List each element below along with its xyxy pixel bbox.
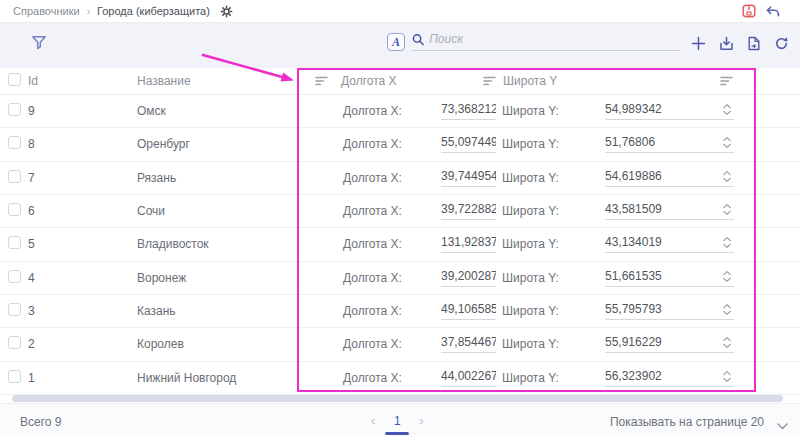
page-size-selector[interactable]: Показывать на странице 20 <box>610 415 764 429</box>
row-checkbox[interactable] <box>8 203 21 219</box>
stepper-icon[interactable] <box>722 236 732 252</box>
row-id: 9 <box>28 104 35 118</box>
latitude-input[interactable] <box>605 169 705 183</box>
row-id: 3 <box>28 304 35 318</box>
search-input[interactable] <box>429 32 680 46</box>
latitude-label: Широта Y: <box>502 337 559 351</box>
filter-icon[interactable] <box>31 35 47 50</box>
latitude-field <box>605 102 734 120</box>
gear-icon[interactable] <box>220 5 233 18</box>
add-icon[interactable] <box>691 36 706 51</box>
longitude-field <box>441 369 496 387</box>
longitude-input[interactable] <box>441 102 496 116</box>
latitude-label: Широта Y: <box>502 271 559 285</box>
longitude-input[interactable] <box>441 269 496 283</box>
latitude-input[interactable] <box>605 202 705 216</box>
row-id: 5 <box>28 237 35 251</box>
sort-icon[interactable] <box>315 76 329 87</box>
table-row: 5 Владивосток Долгота X: Широта Y: <box>0 228 800 261</box>
stepper-icon[interactable] <box>722 303 732 319</box>
column-header-longitude[interactable]: Долгота X <box>341 74 397 88</box>
latitude-label: Широта Y: <box>502 304 559 318</box>
row-checkbox[interactable] <box>8 370 21 386</box>
pagination-next[interactable]: › <box>419 413 423 428</box>
breadcrumb-item-cities[interactable]: Города (киберзащита) <box>97 5 210 17</box>
longitude-input[interactable] <box>441 335 496 349</box>
latitude-input[interactable] <box>605 369 705 383</box>
row-id: 8 <box>28 137 35 151</box>
row-id: 7 <box>28 171 35 185</box>
row-city-name: Казань <box>137 304 176 318</box>
stepper-icon[interactable] <box>722 270 732 286</box>
longitude-field <box>441 269 496 287</box>
stepper-icon[interactable] <box>722 336 732 352</box>
latitude-input[interactable] <box>605 102 705 116</box>
table-header: Id Название Долгота X Широта Y <box>0 68 800 95</box>
latitude-input[interactable] <box>605 269 705 283</box>
row-checkbox[interactable] <box>8 303 21 319</box>
row-checkbox[interactable] <box>8 136 21 152</box>
stepper-icon[interactable] <box>722 103 732 119</box>
row-checkbox[interactable] <box>8 170 21 186</box>
longitude-input[interactable] <box>441 235 496 249</box>
search-icon <box>412 33 424 46</box>
sort-icon[interactable] <box>720 76 734 87</box>
stepper-icon[interactable] <box>722 170 732 186</box>
longitude-input[interactable] <box>441 202 496 216</box>
breadcrumb-separator: › <box>87 6 90 17</box>
latitude-label: Широта Y: <box>502 171 559 185</box>
longitude-field <box>441 135 496 153</box>
longitude-label: Долгота X: <box>343 337 402 351</box>
toolbar: A <box>0 23 800 68</box>
latitude-input[interactable] <box>605 235 705 249</box>
download-icon[interactable] <box>719 36 734 51</box>
table-body: 9 Омск Долгота X: Широта Y: 8 Оренбург Д… <box>0 95 800 395</box>
stepper-icon[interactable] <box>722 203 732 219</box>
longitude-label: Долгота X: <box>343 304 402 318</box>
save-icon[interactable] <box>742 4 756 18</box>
longitude-label: Долгота X: <box>343 271 402 285</box>
select-all-checkbox[interactable] <box>8 73 21 89</box>
latitude-label: Широта Y: <box>502 237 559 251</box>
latitude-input[interactable] <box>605 335 705 349</box>
stepper-icon[interactable] <box>722 370 732 386</box>
longitude-field <box>441 202 496 220</box>
column-header-id[interactable]: Id <box>28 74 38 88</box>
pagination-active-underline <box>385 432 409 435</box>
row-city-name: Сочи <box>137 204 165 218</box>
row-city-name: Воронеж <box>137 271 186 285</box>
longitude-input[interactable] <box>441 169 496 183</box>
longitude-input[interactable] <box>441 302 496 316</box>
total-count: Всего 9 <box>20 415 61 429</box>
horizontal-scrollbar[interactable] <box>12 395 783 402</box>
latitude-field <box>605 335 734 353</box>
row-city-name: Оренбург <box>137 137 190 151</box>
latitude-input[interactable] <box>605 135 705 149</box>
latitude-label: Широта Y: <box>502 137 559 151</box>
pagination-page-1[interactable]: 1 <box>387 414 407 428</box>
row-id: 6 <box>28 204 35 218</box>
row-checkbox[interactable] <box>8 270 21 286</box>
row-checkbox[interactable] <box>8 103 21 119</box>
refresh-icon[interactable] <box>774 36 789 51</box>
longitude-input[interactable] <box>441 369 496 383</box>
export-file-icon[interactable] <box>747 36 761 51</box>
column-header-latitude[interactable]: Широта Y <box>503 74 557 88</box>
chevron-down-icon[interactable] <box>777 419 788 433</box>
latitude-field <box>605 235 734 253</box>
pagination-page-label: 1 <box>394 414 401 428</box>
row-checkbox[interactable] <box>8 336 21 352</box>
longitude-input[interactable] <box>441 135 496 149</box>
row-checkbox[interactable] <box>8 236 21 252</box>
sort-icon[interactable] <box>483 76 497 87</box>
stepper-icon[interactable] <box>722 136 732 152</box>
latitude-input[interactable] <box>605 302 705 316</box>
row-city-name: Омск <box>137 104 166 118</box>
column-header-name[interactable]: Название <box>137 74 191 88</box>
breadcrumb-item-directories[interactable]: Справочники <box>13 5 80 17</box>
attribute-search-toggle[interactable]: A <box>387 33 405 51</box>
pagination-prev[interactable]: ‹ <box>371 413 375 428</box>
latitude-label: Широта Y: <box>502 204 559 218</box>
undo-icon[interactable] <box>765 5 780 18</box>
row-id: 1 <box>28 371 35 385</box>
